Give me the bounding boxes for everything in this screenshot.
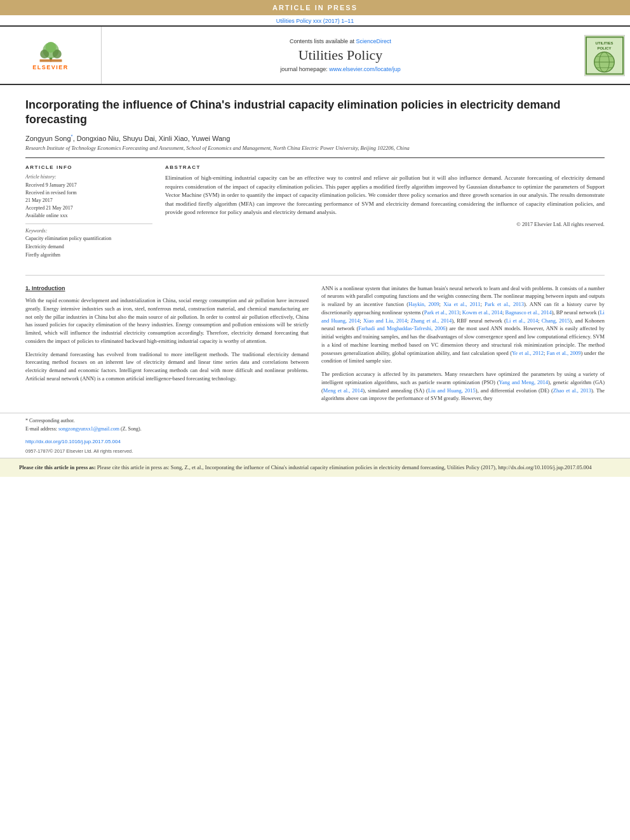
svg-point-4 — [45, 42, 56, 53]
email-label: E-mail address: — [25, 426, 58, 432]
article-content: Incorporating the influence of China's i… — [0, 85, 630, 266]
ref-farhadi-2006[interactable]: Farhadi and Moghaddas-Tafreshi, 2006 — [358, 325, 445, 331]
history-label: Article history: — [25, 174, 152, 180]
received-1: Received 9 January 2017 — [25, 182, 152, 189]
citation-text: Please cite this article in press as: Pl… — [19, 464, 592, 470]
svg-text:UTILITIES: UTILITIES — [596, 41, 613, 45]
article-info-heading: ARTICLE INFO — [25, 164, 152, 170]
authors-text: Zongyun Song*, Dongxiao Niu, Shuyu Dai, … — [25, 135, 230, 142]
ref-park-2013b[interactable]: Park et al., 2013 — [424, 309, 460, 316]
header-center: Contents lists available at ScienceDirec… — [102, 27, 579, 84]
keyword-3: Firefly algorithm — [25, 251, 152, 260]
keywords-label: Keywords: — [25, 228, 152, 234]
banner-text: ARTICLE IN PRESS — [272, 4, 358, 11]
utilities-policy-logo: UTILITIES POLICY — [584, 35, 625, 76]
section-1-para-1: With the rapid economic development and … — [25, 297, 309, 345]
ref-zhao-2013[interactable]: Zhao et al., 2013 — [553, 387, 591, 394]
section-1-para-right-2: The prediction accuracy is affected by i… — [321, 370, 605, 403]
ref-chang-2015[interactable]: Chang, 2015 — [542, 317, 570, 324]
body-left-col: 1. Introduction With the rapid economic … — [25, 284, 309, 408]
ref-li-2014[interactable]: Li et al., 2014 — [506, 317, 539, 324]
email-line: E-mail address: songzongyunxx1@gmail.com… — [25, 425, 605, 434]
abstract-text: Elimination of high-emitting industrial … — [165, 174, 605, 217]
ref-haykin-2009[interactable]: Haykin, 2009 — [408, 301, 439, 307]
footnote-section: * Corresponding author. E-mail address: … — [0, 413, 630, 436]
page: ARTICLE IN PRESS Utilities Policy xxx (2… — [0, 0, 630, 840]
abstract-copyright: © 2017 Elsevier Ltd. All rights reserved… — [165, 221, 605, 227]
authors-line: Zongyun Song*, Dongxiao Niu, Shuyu Dai, … — [25, 134, 605, 143]
homepage-prefix: journal homepage: — [280, 66, 329, 72]
ref-ye-2012[interactable]: Ye et al., 2012 — [512, 350, 544, 356]
ref-zhang-2014[interactable]: Zhang et al., 2014 — [411, 317, 452, 324]
journal-title: Utilities Policy — [298, 47, 383, 63]
doi-line: http://dx.doi.org/10.1016/j.jup.2017.05.… — [0, 436, 630, 447]
corresponding-author-line: * Corresponding author. — [25, 417, 605, 425]
header-left: ELSEVIER — [0, 27, 102, 84]
section-1-heading: 1. Introduction — [25, 284, 309, 293]
issn-line: 0957-1787/© 2017 Elsevier Ltd. All right… — [0, 447, 630, 458]
article-history: Article history: Received 9 January 2017… — [25, 174, 152, 224]
journal-ref-line: Utilities Policy xxx (2017) 1–11 — [0, 15, 630, 25]
ref-xia-2011[interactable]: Xia et al., 2011 — [443, 301, 480, 307]
section-1-para-2: Electricity demand forecasting has evolv… — [25, 350, 309, 383]
ref-liu-huang-2015[interactable]: Liu and Huang, 2015 — [428, 387, 476, 394]
ref-meng-2014[interactable]: Meng et al., 2014 — [323, 387, 363, 394]
corresponding-label: * Corresponding author. — [25, 418, 75, 423]
ref-xiao-liu-2014[interactable]: Xiao and Liu, 2014 — [363, 317, 407, 324]
article-in-press-banner: ARTICLE IN PRESS — [0, 0, 630, 15]
citation-body: Please cite this article in press as: So… — [97, 464, 592, 470]
accepted: Accepted 21 May 2017 — [25, 204, 152, 212]
email-suffix: (Z. Song). — [119, 426, 142, 432]
contents-prefix: Contents lists available at — [290, 38, 356, 44]
article-info-col: ARTICLE INFO Article history: Received 9… — [25, 164, 152, 259]
email-link[interactable]: songzongyunxx1@gmail.com — [58, 426, 119, 432]
elsevier-tree-icon — [32, 41, 70, 63]
ref-fan-2009[interactable]: Fan et al., 2009 — [547, 350, 581, 356]
ref-bagnasco-2014[interactable]: Bagnasco et al., 2014 — [506, 309, 552, 316]
available: Available online xxx — [25, 212, 152, 220]
article-info-abstract: ARTICLE INFO Article history: Received 9… — [25, 157, 605, 259]
keyword-2: Electricity demand — [25, 243, 152, 251]
ref-yang-meng-2014[interactable]: Yang and Meng, 2014 — [499, 379, 548, 385]
homepage-line: journal homepage: www.elsevier.com/locat… — [280, 66, 401, 72]
affiliation: Research Institute of Technology Economi… — [25, 145, 605, 152]
divider — [25, 275, 605, 276]
body-right-col: ANN is a nonlinear system that imitates … — [321, 284, 605, 408]
body-content: 1. Introduction With the rapid economic … — [0, 284, 630, 408]
journal-ref-text: Utilities Policy xxx (2017) 1–11 — [276, 18, 354, 24]
doi-link[interactable]: http://dx.doi.org/10.1016/j.jup.2017.05.… — [25, 439, 121, 444]
homepage-url[interactable]: www.elsevier.com/locate/jup — [329, 66, 401, 72]
elsevier-label: ELSEVIER — [32, 64, 69, 70]
abstract-col: ABSTRACT Elimination of high-emitting in… — [165, 164, 605, 259]
article-title: Incorporating the influence of China's i… — [25, 98, 605, 128]
keywords-section: Keywords: Capacity elimination policy qu… — [25, 228, 152, 259]
sciencedirect-link[interactable]: ScienceDirect — [356, 38, 392, 44]
received-revised-date: 21 May 2017 — [25, 197, 152, 204]
ref-kowm-2014[interactable]: Kowm et al., 2014 — [462, 309, 502, 316]
ref-park-2013[interactable]: Park et al., 2013 — [485, 301, 524, 307]
contents-line: Contents lists available at ScienceDirec… — [290, 38, 391, 44]
citation-banner: Please cite this article in press as: Pl… — [0, 458, 630, 477]
received-revised: Received in revised form — [25, 189, 152, 197]
svg-text:POLICY: POLICY — [598, 46, 612, 50]
abstract-heading: ABSTRACT — [165, 164, 605, 170]
and-text: and — [481, 387, 488, 394]
header-right: UTILITIES POLICY — [579, 27, 630, 84]
section-1-para-right-1: ANN is a nonlinear system that imitates … — [321, 284, 605, 366]
header-section: ELSEVIER Contents lists available at Sci… — [0, 25, 630, 85]
keyword-1: Capacity elimination policy quantificati… — [25, 235, 152, 243]
